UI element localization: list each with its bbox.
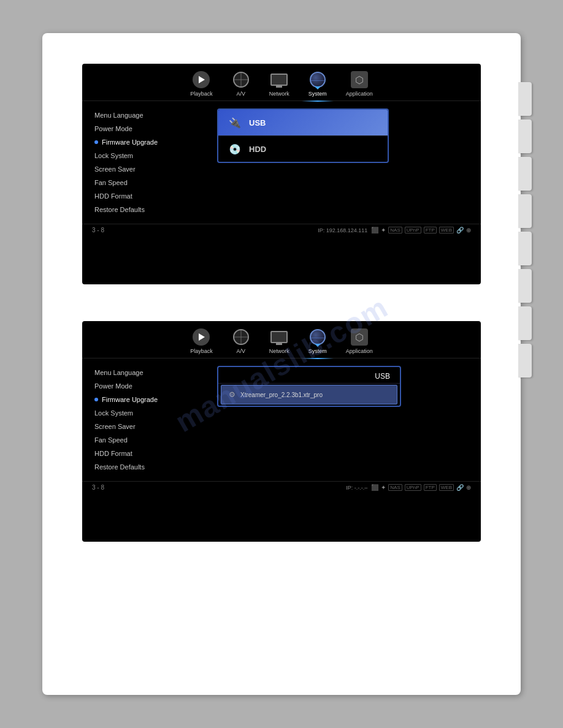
screen2-icon-usb: ✦ — [381, 484, 386, 491]
nav-label-playback-2: Playback — [190, 348, 213, 354]
side-tab-8[interactable] — [518, 344, 532, 377]
nav-bar-2: Playback A/V Network — [82, 321, 481, 358]
lock-system-label-1: Lock System — [94, 152, 133, 159]
menu-item-lock-system-1[interactable]: Lock System — [82, 149, 217, 162]
nav-item-application-1[interactable]: ⬡ Application — [346, 70, 373, 97]
power-mode-label-2: Power Mode — [94, 382, 132, 390]
side-tab-5[interactable] — [518, 232, 532, 265]
menu-item-hdd-format-1[interactable]: HDD Format — [82, 189, 217, 203]
restore-defaults-label-1: Restore Defaults — [94, 206, 145, 213]
screen2-icon-wifi: ⊕ — [466, 484, 471, 491]
nav-label-network-2: Network — [269, 348, 289, 354]
menu-item-power-mode-1[interactable]: Power Mode — [82, 122, 217, 135]
screen-saver-label-2: Screen Saver — [94, 423, 136, 430]
system-globe-inner — [310, 72, 326, 88]
tv-screen-1: Playback A/V Network — [82, 64, 481, 284]
dialog-usb-row[interactable]: 🔌 USB — [218, 110, 388, 135]
nav-item-system-1[interactable]: System — [308, 70, 327, 97]
playback-icon-2 — [191, 327, 211, 347]
side-tab-6[interactable] — [518, 269, 532, 303]
screen-saver-label-1: Screen Saver — [94, 165, 136, 173]
menu-item-firmware-upgrade-2[interactable]: Firmware Upgrade — [82, 393, 217, 406]
screen2-icon-link: 🔗 — [456, 484, 464, 491]
screen2-icon-ftp: FTP — [424, 484, 437, 491]
menu-item-menu-language-1[interactable]: Menu Language — [82, 108, 217, 122]
dialog-hdd-row[interactable]: 💿 HDD — [218, 135, 388, 162]
playback-circle-icon-2 — [193, 328, 210, 346]
hdd-label: HDD — [249, 145, 266, 154]
menu-language-label-2: Menu Language — [94, 369, 144, 376]
side-tab-7[interactable] — [518, 306, 532, 340]
nav-item-system-2[interactable]: System — [308, 327, 327, 354]
screen1-icon-ftp: FTP — [424, 227, 437, 233]
menu-item-hdd-format-2[interactable]: HDD Format — [82, 447, 217, 460]
nav-item-application-2[interactable]: ⬡ Application — [346, 327, 373, 354]
screen1-status-icons: ⬛ ✦ NAS UPnP FTP WEB 🔗 ⊕ — [371, 227, 471, 233]
firmware-bullet-1 — [94, 140, 98, 144]
dialog-file-row-selected[interactable]: ⚙ Xtreamer_pro_2.2.3b1.xtr_pro — [221, 385, 397, 404]
screen2-icon-nas: NAS — [388, 484, 402, 491]
menu-item-restore-defaults-2[interactable]: Restore Defaults — [82, 460, 217, 474]
menu-item-screen-saver-1[interactable]: Screen Saver — [82, 162, 217, 176]
screen2-icon-tv: ⬛ — [371, 484, 378, 491]
screen1-icon-upnp: UPnP — [405, 227, 421, 233]
nav-label-network-1: Network — [269, 91, 289, 97]
screen1-dialog-box: 🔌 USB 💿 HDD — [217, 108, 389, 163]
screen1-content: Menu Language Power Mode Firmware Upgrad… — [82, 101, 481, 224]
av-globe-icon-2 — [233, 329, 249, 345]
application-icon-1: ⬡ — [350, 70, 369, 89]
nav-label-system-1: System — [308, 91, 327, 97]
screen1-status-right: IP: 192.168.124.111 ⬛ ✦ NAS UPnP FTP WEB… — [318, 227, 471, 233]
screen2-status-icons: ⬛ ✦ NAS UPnP FTP WEB 🔗 ⊕ — [371, 484, 471, 491]
hdd-format-label-1: HDD Format — [94, 192, 132, 200]
nav-item-network-1[interactable]: Network — [269, 70, 289, 97]
usb-symbol: 🔌 — [229, 117, 241, 129]
nav-item-playback-1[interactable]: Playback — [190, 70, 213, 97]
application-puzzle-icon-2: ⬡ — [351, 328, 368, 346]
usb-icon: 🔌 — [228, 116, 242, 129]
side-tab-3[interactable] — [518, 157, 532, 191]
screen1-status-bar: 3 - 8 IP: 192.168.124.111 ⬛ ✦ NAS UPnP F… — [82, 224, 481, 236]
screen1-icon-tv: ⬛ — [371, 227, 378, 233]
system-nav-highlight — [315, 86, 321, 89]
menu-item-firmware-upgrade-1[interactable]: Firmware Upgrade — [82, 135, 217, 149]
side-tab-4[interactable] — [518, 194, 532, 228]
file-gear-icon: ⚙ — [229, 390, 236, 399]
screen1-icon-web: WEB — [439, 227, 454, 233]
fan-speed-label-2: Fan Speed — [94, 436, 128, 444]
nav-item-av-2[interactable]: A/V — [231, 327, 251, 354]
nav-label-system-2: System — [308, 348, 327, 354]
nav-label-application-1: Application — [346, 91, 373, 97]
menu-item-power-mode-2[interactable]: Power Mode — [82, 379, 217, 393]
screen1-left-menu: Menu Language Power Mode Firmware Upgrad… — [82, 106, 217, 219]
screen2-ip: IP: -.-.-.– — [346, 485, 367, 491]
menu-item-fan-speed-2[interactable]: Fan Speed — [82, 433, 217, 447]
side-tab-2[interactable] — [518, 119, 532, 153]
screen2-dialog-header: USB — [218, 367, 400, 384]
screen2-left-menu: Menu Language Power Mode Firmware Upgrad… — [82, 363, 217, 476]
network-monitor-icon-2 — [270, 331, 288, 343]
playback-circle-icon — [193, 71, 210, 88]
screen1-icon-wifi: ⊕ — [466, 227, 471, 233]
system-globe-icon — [308, 71, 327, 88]
screen1-page-num: 3 - 8 — [92, 227, 104, 233]
screen1-icon-link: 🔗 — [456, 227, 464, 233]
menu-item-lock-system-2[interactable]: Lock System — [82, 406, 217, 420]
nav-item-playback-2[interactable]: Playback — [190, 327, 213, 354]
nav-label-av-1: A/V — [236, 91, 245, 97]
side-tab-1[interactable] — [518, 82, 532, 116]
application-puzzle-icon: ⬡ — [351, 71, 368, 88]
screen2-content: Menu Language Power Mode Firmware Upgrad… — [82, 358, 481, 481]
screen2-right-dialog: USB ⚙ Xtreamer_pro_2.2.3b1.xtr_pro — [217, 363, 481, 476]
nav-item-network-2[interactable]: Network — [269, 327, 289, 354]
nav-label-application-2: Application — [346, 348, 373, 354]
system-globe-inner-2 — [310, 329, 326, 345]
menu-item-restore-defaults-1[interactable]: Restore Defaults — [82, 203, 217, 216]
application-icon-2: ⬡ — [350, 327, 369, 347]
menu-item-menu-language-2[interactable]: Menu Language — [82, 366, 217, 379]
nav-item-av-1[interactable]: A/V — [231, 70, 251, 97]
firmware-filename: Xtreamer_pro_2.2.3b1.xtr_pro — [240, 392, 323, 398]
menu-item-fan-speed-1[interactable]: Fan Speed — [82, 176, 217, 189]
hdd-symbol: 💿 — [229, 143, 241, 155]
menu-item-screen-saver-2[interactable]: Screen Saver — [82, 420, 217, 433]
